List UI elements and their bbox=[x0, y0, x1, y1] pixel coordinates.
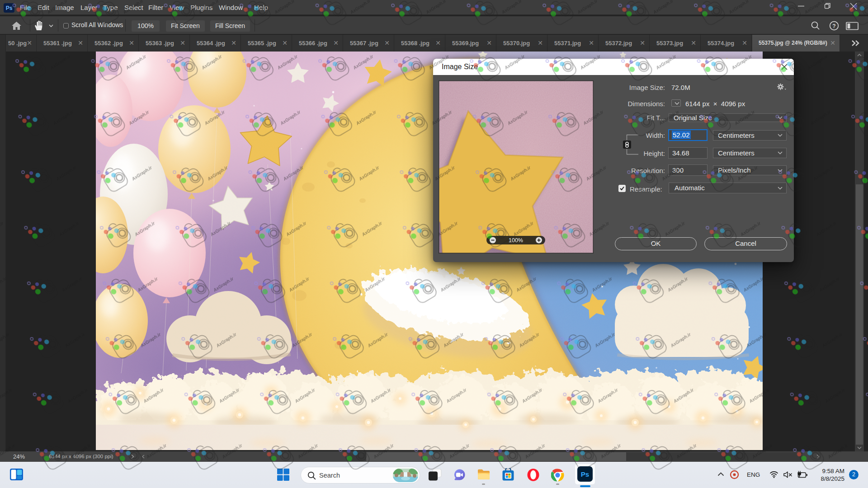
svg-text:?: ? bbox=[832, 23, 835, 29]
svg-text:100%: 100% bbox=[509, 237, 523, 244]
svg-text:Ps: Ps bbox=[6, 5, 13, 11]
svg-text:Ps: Ps bbox=[581, 470, 589, 478]
